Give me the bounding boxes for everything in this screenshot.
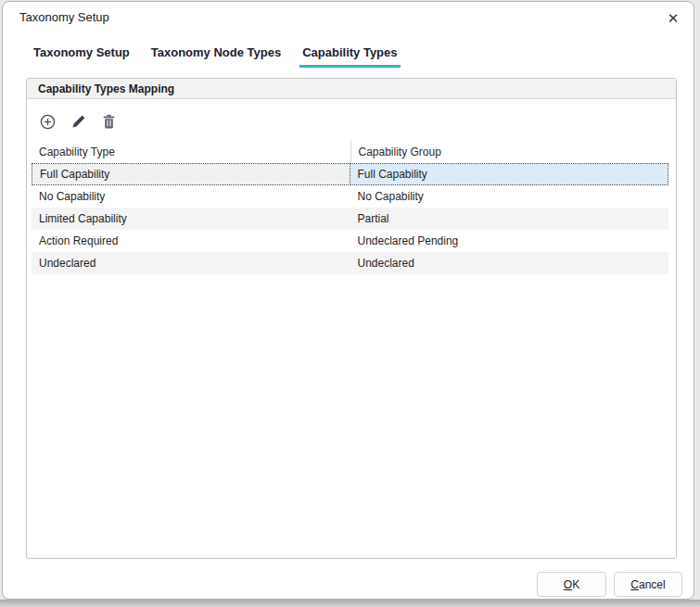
cell-capability-group[interactable]: No Capability [350,185,669,208]
titlebar: Taxonomy Setup ✕ [3,2,694,35]
tab-taxonomy-node-types[interactable]: Taxonomy Node Types [148,45,284,68]
capability-types-mapping-group: Capability Types Mapping [26,78,677,559]
ok-button[interactable]: OK [537,572,606,597]
edit-icon[interactable] [69,112,87,131]
column-header-capability-type[interactable]: Capability Type [32,140,350,163]
cell-capability-type[interactable]: Full Capability [32,163,350,185]
table-row[interactable]: Limited Capability Partial [32,208,668,230]
table-header-row: Capability Type Capability Group [32,140,668,163]
delete-icon[interactable] [99,112,118,131]
table-row[interactable]: Undeclared Undeclared [32,252,668,274]
table-row[interactable]: Full Capability Full Capability [32,163,668,185]
tab-capability-types[interactable]: Capability Types [299,45,400,68]
cell-capability-type[interactable]: No Capability [32,185,350,208]
close-icon[interactable]: ✕ [662,7,684,30]
dialog-title: Taxonomy Setup [19,10,109,24]
cancel-button[interactable]: Cancel [614,572,682,597]
group-title: Capability Types Mapping [27,79,676,99]
cell-capability-group[interactable]: Undeclared [350,252,669,274]
cell-capability-group[interactable]: Undeclared Pending [350,230,669,252]
table-row[interactable]: No Capability No Capability [32,185,668,208]
grid-toolbar [38,112,676,131]
screen: Taxonomy Setup ✕ Taxonomy Setup Taxonomy… [0,0,700,607]
cell-capability-group[interactable]: Full Capability [350,163,669,185]
cancel-button-label: Cancel [615,578,681,591]
cell-capability-group[interactable]: Partial [350,208,669,230]
taxonomy-setup-dialog: Taxonomy Setup ✕ Taxonomy Setup Taxonomy… [2,1,694,600]
capability-mapping-table: Capability Type Capability Group Full Ca… [32,140,668,274]
background-window-edge [0,600,700,607]
tab-taxonomy-setup[interactable]: Taxonomy Setup [31,45,133,68]
tab-strip: Taxonomy Setup Taxonomy Node Types Capab… [31,45,401,68]
add-icon[interactable] [38,112,57,131]
cell-capability-type[interactable]: Undeclared [32,252,350,274]
ok-button-label: OK [538,578,605,591]
column-header-capability-group[interactable]: Capability Group [350,140,669,163]
cell-capability-type[interactable]: Limited Capability [32,208,350,230]
table-row[interactable]: Action Required Undeclared Pending [32,230,668,252]
cell-capability-type[interactable]: Action Required [32,230,350,252]
